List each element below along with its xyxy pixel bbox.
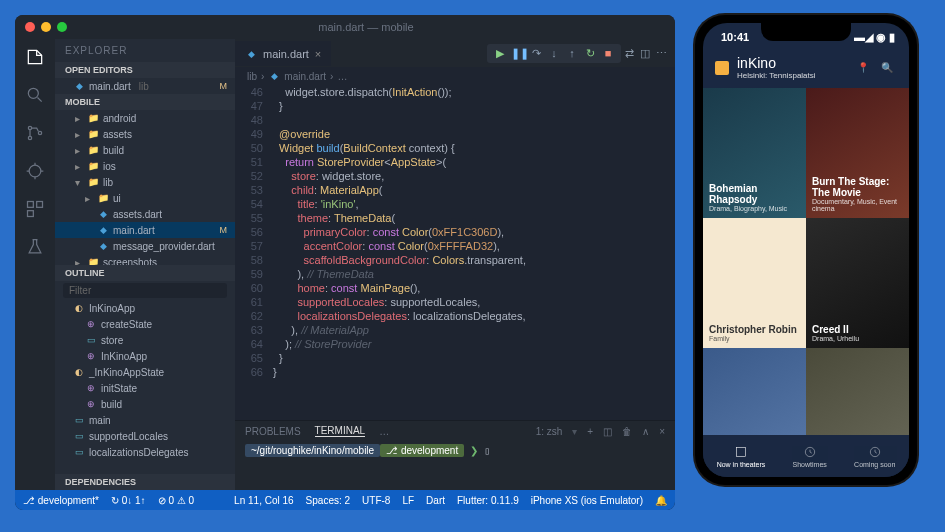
- svg-rect-7: [28, 211, 34, 217]
- debug-toolbar: ▶ ❚❚ ↷ ↓ ↑ ↻ ■: [487, 44, 621, 63]
- search-icon[interactable]: 🔍: [881, 62, 897, 73]
- tree-item[interactable]: ▸📁ui: [55, 190, 235, 206]
- close-icon[interactable]: [25, 22, 35, 32]
- split-terminal-icon[interactable]: ◫: [603, 426, 612, 437]
- tree-item[interactable]: ▸📁assets: [55, 126, 235, 142]
- terminal-dropdown[interactable]: 1: zsh: [536, 426, 563, 437]
- outline-item[interactable]: ⊕createState: [55, 316, 235, 332]
- activity-bar: [15, 39, 55, 490]
- tab-problems[interactable]: PROBLEMS: [245, 426, 301, 437]
- step-in-icon[interactable]: ↓: [547, 47, 561, 59]
- tab-more[interactable]: …: [379, 426, 389, 437]
- open-editor-item[interactable]: ◆ main.dart lib M: [55, 78, 235, 94]
- status-spaces[interactable]: Spaces: 2: [306, 495, 350, 506]
- tree-item[interactable]: ▸📁ios: [55, 158, 235, 174]
- pause-icon[interactable]: ❚❚: [511, 47, 525, 60]
- outline-item[interactable]: ▭main: [55, 412, 235, 428]
- nav-showtimes[interactable]: Showtimes: [793, 445, 827, 468]
- movie-card[interactable]: Bohemian Rhapsody Drama, Biography, Musi…: [703, 88, 806, 218]
- step-over-icon[interactable]: ↷: [529, 47, 543, 60]
- tree-item[interactable]: ▾📁lib: [55, 174, 235, 190]
- editor-tabs: ◆ main.dart × ▶ ❚❚ ↷ ↓ ↑ ↻ ■ ⇄ ◫ ⋯: [235, 39, 675, 67]
- split-editor-icon[interactable]: ◫: [637, 47, 653, 60]
- project-section[interactable]: MOBILE: [55, 94, 235, 110]
- svg-point-4: [29, 165, 41, 177]
- bottom-nav: Now in theaters Showtimes Coming soon: [703, 435, 909, 477]
- app-bar: inKino Helsinki: Tennispalatsi 📍 🔍: [703, 51, 909, 88]
- outline-item[interactable]: ◐_InKinoAppState: [55, 364, 235, 380]
- minimize-icon[interactable]: [41, 22, 51, 32]
- outline-item[interactable]: ⊕initState: [55, 380, 235, 396]
- location-icon[interactable]: 📍: [857, 62, 873, 73]
- status-cursor[interactable]: Ln 11, Col 16: [234, 495, 294, 506]
- movie-card[interactable]: [806, 348, 909, 435]
- dart-icon: ◆: [245, 48, 257, 60]
- maximize-icon[interactable]: [57, 22, 67, 32]
- more-icon[interactable]: ⋯: [653, 47, 669, 60]
- terminal[interactable]: ~/git/roughike/inKino/mobile⎇ developmen…: [235, 441, 675, 460]
- app-subtitle: Helsinki: Tennispalatsi: [737, 71, 849, 80]
- outline-item[interactable]: ▭store: [55, 332, 235, 348]
- dart-icon: ◆: [73, 80, 85, 92]
- status-bell-icon[interactable]: 🔔: [655, 495, 667, 506]
- movie-card[interactable]: Creed II Drama, Urheilu: [806, 218, 909, 348]
- files-icon[interactable]: [25, 47, 45, 69]
- window-title: main.dart — mobile: [67, 21, 665, 33]
- status-sync[interactable]: ↻ 0↓ 1↑: [111, 495, 146, 506]
- nav-now[interactable]: Now in theaters: [717, 445, 766, 468]
- svg-point-0: [28, 88, 38, 98]
- tree-item[interactable]: ▸📁build: [55, 142, 235, 158]
- code-editor[interactable]: 4647484950515253545556575859606162636465…: [235, 85, 675, 420]
- svg-point-3: [38, 131, 41, 134]
- git-icon[interactable]: [25, 123, 45, 145]
- tab-main-dart[interactable]: ◆ main.dart ×: [235, 41, 331, 66]
- movie-card[interactable]: Burn The Stage: The Movie Documentary, M…: [806, 88, 909, 218]
- restart-icon[interactable]: ↻: [583, 47, 597, 60]
- tree-item[interactable]: ◆message_provider.dart: [55, 238, 235, 254]
- search-icon[interactable]: [25, 85, 45, 107]
- maximize-panel-icon[interactable]: ∧: [642, 426, 649, 437]
- kill-terminal-icon[interactable]: 🗑: [622, 426, 632, 437]
- extensions-icon[interactable]: [25, 199, 45, 221]
- app-logo-icon: [715, 61, 729, 75]
- outline-item[interactable]: ⊕InKinoApp: [55, 348, 235, 364]
- status-lang[interactable]: Dart: [426, 495, 445, 506]
- outline-item[interactable]: ▭supportedLocales: [55, 428, 235, 444]
- explorer-panel: EXPLORER OPEN EDITORS ◆ main.dart lib M …: [55, 39, 235, 490]
- status-flutter[interactable]: Flutter: 0.11.9: [457, 495, 519, 506]
- movie-card[interactable]: [703, 348, 806, 435]
- titlebar: main.dart — mobile: [15, 15, 675, 39]
- outline-item[interactable]: ⊕build: [55, 396, 235, 412]
- debug-icon[interactable]: [25, 161, 45, 183]
- close-tab-icon[interactable]: ×: [315, 48, 321, 60]
- bottom-panel: PROBLEMS TERMINAL … 1: zsh ▾ + ◫ 🗑 ∧ × ~…: [235, 420, 675, 490]
- flask-icon[interactable]: [25, 237, 45, 259]
- status-device[interactable]: iPhone XS (ios Emulator): [531, 495, 643, 506]
- outline-filter[interactable]: Filter: [63, 283, 227, 298]
- open-editors-section[interactable]: OPEN EDITORS: [55, 62, 235, 78]
- tree-item[interactable]: ▸📁screenshots: [55, 254, 235, 265]
- stop-icon[interactable]: ■: [601, 47, 615, 59]
- nav-coming[interactable]: Coming soon: [854, 445, 895, 468]
- outline-item[interactable]: ▭localizationsDelegates: [55, 444, 235, 460]
- continue-icon[interactable]: ▶: [493, 47, 507, 60]
- tree-item[interactable]: ▸📁android: [55, 110, 235, 126]
- phone-screen: 10:41 ▬◢ ◉ ▮ inKino Helsinki: Tennispala…: [703, 23, 909, 477]
- tab-terminal[interactable]: TERMINAL: [315, 425, 366, 437]
- close-panel-icon[interactable]: ×: [659, 426, 665, 437]
- open-changes-icon[interactable]: ⇄: [621, 47, 637, 60]
- breadcrumbs[interactable]: lib › ◆ main.dart › …: [235, 67, 675, 85]
- movie-card[interactable]: Christopher Robin Family: [703, 218, 806, 348]
- outline-section[interactable]: OUTLINE: [55, 265, 235, 281]
- status-branch[interactable]: ⎇ development*: [23, 495, 99, 506]
- deps-section[interactable]: DEPENDENCIES: [55, 474, 235, 490]
- outline-item[interactable]: ◐InKinoApp: [55, 300, 235, 316]
- tree-item[interactable]: ◆assets.dart: [55, 206, 235, 222]
- new-terminal-icon[interactable]: +: [587, 426, 593, 437]
- status-eol[interactable]: LF: [402, 495, 414, 506]
- status-encoding[interactable]: UTF-8: [362, 495, 390, 506]
- svg-rect-8: [736, 447, 745, 456]
- step-out-icon[interactable]: ↑: [565, 47, 579, 59]
- status-problems[interactable]: ⊘ 0 ⚠ 0: [158, 495, 194, 506]
- tree-item[interactable]: ◆main.dartM: [55, 222, 235, 238]
